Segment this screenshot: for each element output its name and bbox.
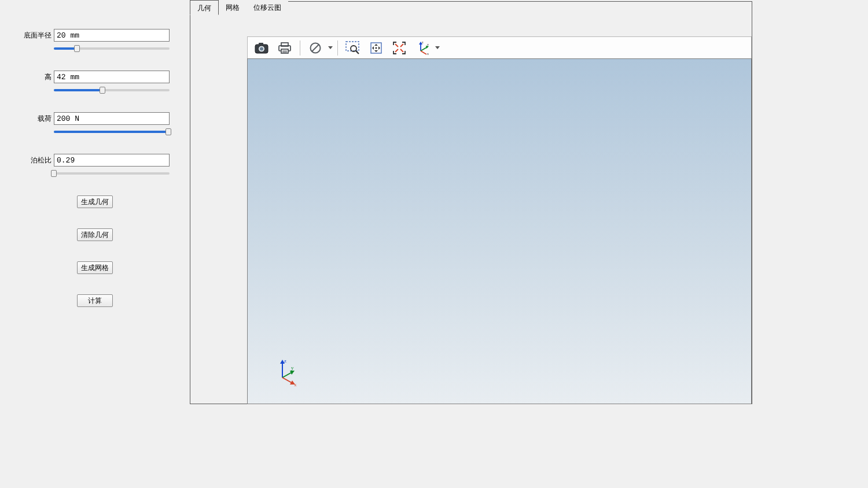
svg-line-18 xyxy=(421,51,426,54)
slider-poisson[interactable] xyxy=(54,169,170,178)
svg-text:y: y xyxy=(427,43,429,46)
viewer-area: z y x z y x xyxy=(247,36,752,404)
viewer-toolbar: z y x xyxy=(247,36,752,58)
camera-icon[interactable] xyxy=(250,38,273,58)
no-entry-icon[interactable] xyxy=(304,38,327,58)
tab-mesh[interactable]: 网格 xyxy=(219,0,247,15)
param-row-height: 高 xyxy=(20,71,170,83)
clear-geometry-button[interactable]: 清除几何 xyxy=(77,228,113,241)
axis-orient-icon[interactable]: z y x xyxy=(411,38,434,58)
canvas-3d[interactable]: z y x xyxy=(247,58,752,404)
param-row-poisson: 泊松比 xyxy=(20,154,170,167)
tab-displacement[interactable]: 位移云图 xyxy=(247,0,288,15)
input-radius[interactable] xyxy=(54,29,170,42)
svg-text:z: z xyxy=(284,358,286,364)
fit-extents-icon[interactable] xyxy=(388,38,411,58)
sidebar: 底面半径 高 载荷 泊松比 生成几何 清除几何 生成网格 计算 xyxy=(0,0,190,488)
generate-geometry-button[interactable]: 生成几何 xyxy=(77,195,113,208)
svg-text:x: x xyxy=(294,382,297,386)
zoom-box-icon[interactable] xyxy=(341,38,365,58)
compute-button[interactable]: 计算 xyxy=(77,294,113,307)
svg-point-3 xyxy=(260,47,263,50)
label-poisson: 泊松比 xyxy=(20,156,54,165)
label-radius: 底面半径 xyxy=(20,31,54,40)
param-row-radius: 底面半径 xyxy=(20,29,170,42)
axis-gizmo: z y x xyxy=(271,357,300,386)
svg-text:y: y xyxy=(291,365,294,371)
svg-rect-1 xyxy=(259,43,263,45)
print-icon[interactable] xyxy=(273,38,296,58)
no-entry-dropdown[interactable] xyxy=(327,46,334,50)
slider-radius[interactable] xyxy=(54,44,170,53)
generate-mesh-button[interactable]: 生成网格 xyxy=(77,261,113,274)
toolbar-separator xyxy=(337,40,338,56)
tab-bar: 几何 网格 位移云图 xyxy=(190,0,288,15)
input-poisson[interactable] xyxy=(54,154,170,167)
slider-load[interactable] xyxy=(54,127,170,136)
svg-text:z: z xyxy=(422,40,424,44)
main-panel: z y x z y x xyxy=(190,1,752,404)
input-load[interactable] xyxy=(54,112,170,125)
slider-height[interactable] xyxy=(54,86,170,95)
param-row-load: 载荷 xyxy=(20,112,170,125)
label-load: 载荷 xyxy=(20,114,54,124)
toolbar-separator xyxy=(300,40,300,56)
pan-icon[interactable] xyxy=(365,38,388,58)
svg-text:x: x xyxy=(427,52,429,56)
input-height[interactable] xyxy=(54,71,170,83)
axis-orient-dropdown[interactable] xyxy=(434,46,441,50)
tab-geometry[interactable]: 几何 xyxy=(190,0,219,15)
svg-line-10 xyxy=(312,45,319,51)
svg-line-13 xyxy=(356,51,359,54)
label-height: 高 xyxy=(20,72,54,82)
svg-point-15 xyxy=(376,47,377,49)
